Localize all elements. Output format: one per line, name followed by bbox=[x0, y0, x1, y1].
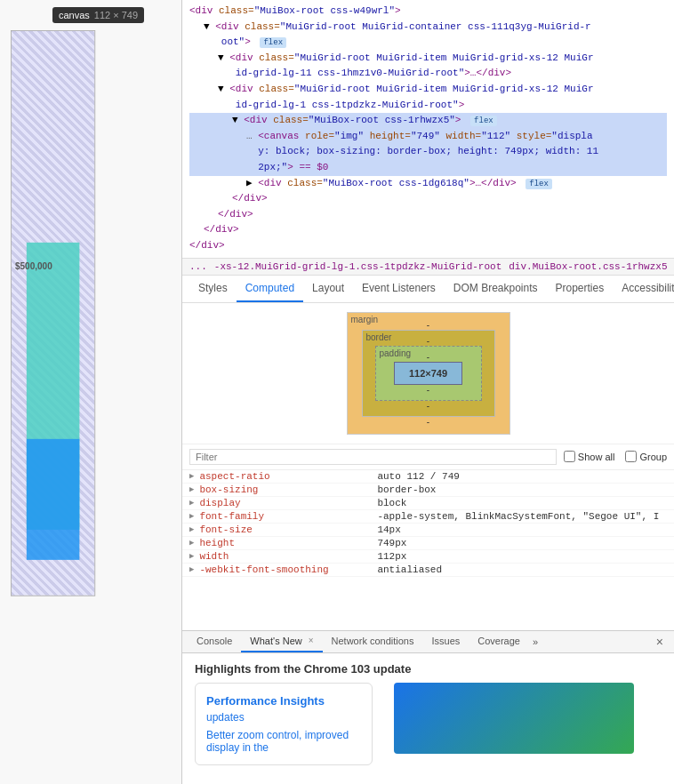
dom-line: </div> bbox=[189, 191, 667, 207]
drawer-card-text-content: Better zoom control, improved display in… bbox=[206, 729, 349, 754]
computed-row-webkit-font-smoothing: ▶ -webkit-font-smoothing antialiased bbox=[182, 564, 674, 577]
computed-list[interactable]: ▶ aspect-ratio auto 112 / 749 ▶ box-sizi… bbox=[182, 470, 674, 630]
tab-layout[interactable]: Layout bbox=[303, 276, 353, 302]
tab-computed[interactable]: Computed bbox=[237, 276, 303, 302]
border-top-value[interactable]: - bbox=[427, 336, 429, 346]
drawer-tab-issues[interactable]: Issues bbox=[422, 631, 469, 652]
tab-event-listeners[interactable]: Event Listeners bbox=[353, 276, 445, 302]
drawer-tab-console-label: Console bbox=[197, 636, 232, 646]
drawer-tab-console[interactable]: Console bbox=[188, 631, 241, 652]
dom-line: oot"> flex bbox=[189, 35, 667, 51]
margin-bottom-value[interactable]: - bbox=[427, 417, 429, 427]
padding-bottom-value[interactable]: - bbox=[427, 385, 429, 395]
box-model-section: margin - border - padding - 112×749 bbox=[182, 303, 674, 444]
canvas-bar-blue bbox=[27, 439, 80, 560]
canvas-label: canvas bbox=[59, 10, 90, 20]
dom-line: id-grid-lg-11 css-1hmz1v0-MuiGrid-root">… bbox=[189, 66, 667, 82]
canvas-dims: 112 × 749 bbox=[94, 10, 138, 20]
box-model-border: border - padding - 112×749 - bbox=[362, 330, 495, 417]
dom-line: </div> bbox=[189, 238, 667, 254]
drawer-content-title: Highlights from the Chrome 103 update bbox=[195, 662, 662, 676]
drawer-tabs: Console What's New × Network conditions … bbox=[182, 631, 674, 653]
tab-styles[interactable]: Styles bbox=[189, 276, 237, 302]
drawer-tab-whats-new-label: What's New bbox=[250, 636, 301, 646]
computed-row-box-sizing: ▶ box-sizing border-box bbox=[182, 484, 674, 497]
bottom-drawer: Console What's New × Network conditions … bbox=[182, 630, 674, 774]
dom-line: ▼ <div class="MuiGrid-root MuiGrid-conta… bbox=[189, 20, 667, 36]
filter-input[interactable] bbox=[189, 449, 557, 465]
drawer-card-image bbox=[394, 683, 634, 754]
margin-label: margin bbox=[351, 315, 379, 324]
canvas-tooltip: canvas 112 × 749 bbox=[4, 7, 181, 23]
show-all-label: Show all bbox=[578, 452, 615, 462]
drawer-tab-network-label: Network conditions bbox=[332, 636, 414, 646]
box-model-margin: margin - border - padding - 112×749 bbox=[347, 312, 510, 435]
drawer-tab-close-icon[interactable]: × bbox=[309, 636, 314, 645]
expand-arrow[interactable]: ▶ bbox=[189, 471, 194, 481]
tab-dom-breakpoints[interactable]: DOM Breakpoints bbox=[445, 276, 547, 302]
drawer-tab-more[interactable]: » bbox=[533, 636, 538, 647]
dom-line: id-grid-lg-1 css-1tpdzkz-MuiGrid-root"> bbox=[189, 98, 667, 114]
tab-accessibility[interactable]: Accessibility bbox=[613, 276, 674, 302]
computed-row-font-size: ▶ font-size 14px bbox=[182, 524, 674, 537]
expand-arrow[interactable]: ▶ bbox=[189, 551, 194, 561]
padding-top-value[interactable]: - bbox=[427, 352, 429, 362]
expand-arrow[interactable]: ▶ bbox=[189, 538, 194, 548]
filter-bar: Show all Group bbox=[182, 444, 674, 470]
drawer-tab-issues-label: Issues bbox=[431, 636, 460, 646]
drawer-close-button[interactable]: × bbox=[651, 635, 669, 649]
expand-arrow[interactable]: ▶ bbox=[189, 484, 194, 494]
computed-row-height: ▶ height 749px bbox=[182, 537, 674, 550]
computed-row-aspect-ratio: ▶ aspect-ratio auto 112 / 749 bbox=[182, 470, 674, 484]
canvas-price-label: $500,000 bbox=[15, 261, 52, 271]
drawer-tab-coverage[interactable]: Coverage bbox=[469, 631, 529, 652]
drawer-content-body: Performance Insights updates Better zoom… bbox=[195, 683, 662, 765]
dom-line: </div> bbox=[189, 222, 667, 238]
expand-arrow[interactable]: ▶ bbox=[189, 498, 194, 508]
dom-line: ▼ <div class="MuiGrid-root MuiGrid-item … bbox=[189, 51, 667, 67]
canvas-element bbox=[11, 30, 95, 596]
content-dims: 112×749 bbox=[409, 368, 447, 379]
drawer-tab-network-conditions[interactable]: Network conditions bbox=[323, 631, 423, 652]
canvas-preview: $500,000 bbox=[11, 30, 171, 777]
drawer-card-title: Performance Insights bbox=[206, 694, 361, 708]
left-panel: canvas 112 × 749 $500,000 bbox=[0, 0, 182, 784]
margin-top-value[interactable]: - bbox=[427, 320, 429, 330]
canvas-tooltip-box: canvas 112 × 749 bbox=[52, 7, 144, 23]
breadcrumb: ... -xs-12.MuiGrid-grid-lg-1.css-1tpdzkz… bbox=[182, 259, 674, 276]
expand-arrow[interactable]: ▶ bbox=[189, 524, 194, 534]
group-checkbox[interactable] bbox=[625, 451, 637, 462]
computed-row-display: ▶ display block bbox=[182, 497, 674, 510]
breadcrumb-ellipsis[interactable]: ... bbox=[189, 261, 207, 272]
show-all-checkbox[interactable] bbox=[564, 451, 575, 462]
border-bottom-value[interactable]: - bbox=[427, 401, 429, 411]
expand-arrow[interactable]: ▶ bbox=[189, 511, 194, 521]
group-label: Group bbox=[639, 452, 667, 462]
breadcrumb-item-grid[interactable]: -xs-12.MuiGrid-grid-lg-1.css-1tpdzkz-Mui… bbox=[214, 261, 501, 272]
computed-row-font-family: ▶ font-family -apple-system, BlinkMacSys… bbox=[182, 510, 674, 524]
group-checkbox-label[interactable]: Group bbox=[625, 451, 667, 462]
drawer-card: Performance Insights updates Better zoom… bbox=[195, 683, 373, 765]
breadcrumb-item-muibox[interactable]: div.MuiBox-root.css-1rhwzx5 bbox=[509, 261, 667, 272]
tabs-bar: Styles Computed Layout Event Listeners D… bbox=[182, 276, 674, 303]
expand-arrow[interactable]: ▶ bbox=[189, 564, 194, 574]
drawer-content: Highlights from the Chrome 103 update Pe… bbox=[182, 653, 674, 774]
computed-row-width: ▶ width 112px bbox=[182, 550, 674, 564]
drawer-tab-whats-new[interactable]: What's New × bbox=[241, 631, 322, 652]
box-model-padding: padding - 112×749 - bbox=[375, 346, 482, 401]
devtools-panel: <div class="MuiBox-root css-w49wrl"> ▼ <… bbox=[182, 0, 674, 784]
tab-properties[interactable]: Properties bbox=[547, 276, 614, 302]
dom-line-selected: ▼ <div class="MuiBox-root css-1rhwzx5"> … bbox=[189, 113, 667, 129]
dom-line: ▶ <div class="MuiBox-root css-1dg618q">…… bbox=[189, 176, 667, 192]
dom-line: <div class="MuiBox-root css-w49wrl"> bbox=[189, 4, 667, 20]
dom-line-canvas-selected: … <canvas role="img" height="749" width=… bbox=[189, 129, 667, 145]
drawer-card-subtitle: updates bbox=[206, 711, 361, 724]
drawer-card-text: Better zoom control, improved display in… bbox=[206, 729, 361, 754]
dom-tree[interactable]: <div class="MuiBox-root css-w49wrl"> ▼ <… bbox=[182, 0, 674, 259]
padding-label: padding bbox=[380, 348, 412, 358]
dom-line: </div> bbox=[189, 207, 667, 223]
border-label: border bbox=[366, 332, 392, 342]
show-all-checkbox-label[interactable]: Show all bbox=[564, 451, 615, 462]
dom-line: ▼ <div class="MuiGrid-root MuiGrid-item … bbox=[189, 82, 667, 98]
box-model-content: 112×749 bbox=[394, 362, 462, 385]
